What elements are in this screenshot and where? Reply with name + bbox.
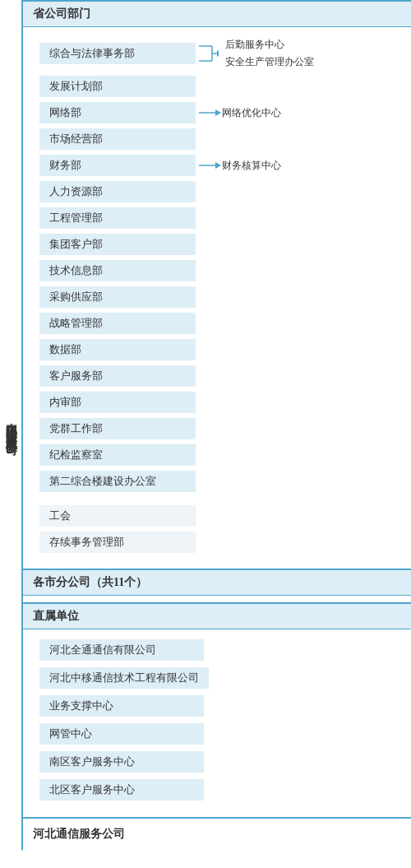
section-telecom: 河北通信服务公司 [23, 817, 411, 850]
dept-row-数据部: 数据部 [23, 337, 411, 363]
page-wrapper: 中国移动通信集团河北有限公司 省公司部门 综合与法律事务部 [0, 0, 411, 850]
dept-row-集团客户部: 集团客户部 [23, 231, 411, 258]
dept-row-网管中心: 网管中心 [23, 720, 411, 748]
dept-row-南区客户服务中心: 南区客户服务中心 [23, 748, 411, 776]
dept-box-发展计划部: 发展计划部 [39, 76, 196, 97]
dept-row-存续事务管理部: 存续事务管理部 [23, 529, 411, 555]
section-direct: 直属单位 河北全通通信有限公司 河北中移通信技术工程有限公司 业务支撑中心 网管… [23, 602, 411, 810]
dept-row-内审部: 内审部 [23, 389, 411, 415]
branch-header: 各市分公司（共11个） [23, 569, 411, 596]
dept-box-网管中心: 网管中心 [39, 723, 204, 745]
dept-row-战略管理部: 战略管理部 [23, 310, 411, 337]
arrow-svg-网络 [199, 106, 222, 119]
direct-body: 河北全通通信有限公司 河北中移通信技术工程有限公司 业务支撑中心 网管中心 南区… [23, 629, 411, 810]
dept-box-客户服务部: 客户服务部 [39, 365, 196, 387]
dept-box-内审部: 内审部 [39, 392, 196, 413]
dept-box-采购供应部: 采购供应部 [39, 286, 196, 308]
dept-row-网络部: 网络部 网络优化中心 [23, 100, 411, 126]
arrow-svg-财务 [199, 159, 222, 172]
sub-label-安全生产管理办公室: 安全生产管理办公室 [225, 53, 314, 71]
dept-row-工程管理部: 工程管理部 [23, 205, 411, 231]
sub-label-后勤服务中心: 后勤服务中心 [225, 36, 314, 53]
direct-header: 直属单位 [23, 602, 411, 629]
main-content: 省公司部门 综合与法律事务部 后勤服务中心 [23, 0, 411, 850]
dept-box-第二综合楼建设办公室: 第二综合楼建设办公室 [39, 471, 196, 492]
dept-box-战略管理部: 战略管理部 [39, 313, 196, 334]
dept-box-党群工作部: 党群工作部 [39, 418, 196, 439]
dept-box-数据部: 数据部 [39, 339, 196, 360]
dept-box-南区客户服务中心: 南区客户服务中心 [39, 751, 204, 773]
dept-row-采购供应部: 采购供应部 [23, 284, 411, 310]
dept-row-技术信息部: 技术信息部 [23, 258, 411, 284]
svg-marker-4 [217, 50, 219, 57]
sub-items-综合: 后勤服务中心 安全生产管理办公室 [225, 36, 314, 71]
dept-row-客户服务部: 客户服务部 [23, 363, 411, 389]
dept-row-财务部: 财务部 财务核算中心 [23, 152, 411, 179]
section-province-dept: 省公司部门 综合与法律事务部 后勤服务中心 [23, 0, 411, 562]
dept-box-综合与法律事务部: 综合与法律事务部 [39, 43, 196, 64]
dept-row-市场经营部: 市场经营部 [23, 126, 411, 152]
sub-container-综合: 后勤服务中心 安全生产管理办公室 [199, 36, 314, 71]
dept-row-纪检监察室: 纪检监察室 [23, 442, 411, 468]
dept-row-工会: 工会 [23, 503, 411, 529]
dept-row-河北中移通信技术工程有限公司: 河北中移通信技术工程有限公司 [23, 664, 411, 692]
telecom-header: 河北通信服务公司 [23, 817, 411, 850]
section-branch: 各市分公司（共11个） [23, 569, 411, 596]
sub-label-财务核算中心: 财务核算中心 [222, 157, 281, 174]
dept-row-综合与法律事务部: 综合与法律事务部 后勤服务中心 安全生产管理办公室 [23, 34, 411, 73]
dept-box-存续事务管理部: 存续事务管理部 [39, 531, 196, 553]
dept-box-工会: 工会 [39, 505, 196, 527]
sub-container-财务: 财务核算中心 [199, 157, 281, 174]
province-dept-header: 省公司部门 [23, 0, 411, 27]
dept-box-财务部: 财务部 [39, 155, 196, 176]
dept-row-发展计划部: 发展计划部 [23, 73, 411, 100]
dept-row-党群工作部: 党群工作部 [23, 415, 411, 442]
dept-box-网络部: 网络部 [39, 102, 196, 123]
fork-svg [199, 39, 219, 68]
dept-row-第二综合楼建设办公室: 第二综合楼建设办公室 [23, 468, 411, 494]
svg-marker-6 [215, 109, 221, 116]
dept-box-市场经营部: 市场经营部 [39, 128, 196, 150]
dept-box-纪检监察室: 纪检监察室 [39, 444, 196, 466]
dept-box-北区客户服务中心: 北区客户服务中心 [39, 779, 204, 801]
dept-box-人力资源部: 人力资源部 [39, 181, 196, 202]
dept-box-工程管理部: 工程管理部 [39, 207, 196, 229]
dept-row-人力资源部: 人力资源部 [23, 179, 411, 205]
dept-box-河北全通通信有限公司: 河北全通通信有限公司 [39, 639, 204, 661]
province-dept-body: 综合与法律事务部 后勤服务中心 安全生产管理办公室 [23, 27, 411, 562]
svg-marker-8 [215, 162, 221, 169]
dept-box-河北中移通信技术工程有限公司: 河北中移通信技术工程有限公司 [39, 667, 209, 689]
sub-label-网络优化中心: 网络优化中心 [222, 104, 281, 122]
sub-container-网络: 网络优化中心 [199, 104, 281, 122]
dept-box-技术信息部: 技术信息部 [39, 260, 196, 281]
dept-row-河北全通通信有限公司: 河北全通通信有限公司 [23, 636, 411, 664]
company-name: 中国移动通信集团河北有限公司 [0, 0, 23, 850]
dept-box-集团客户部: 集团客户部 [39, 234, 196, 255]
dept-row-北区客户服务中心: 北区客户服务中心 [23, 776, 411, 804]
dept-row-业务支撑中心: 业务支撑中心 [23, 692, 411, 720]
dept-box-业务支撑中心: 业务支撑中心 [39, 695, 204, 717]
